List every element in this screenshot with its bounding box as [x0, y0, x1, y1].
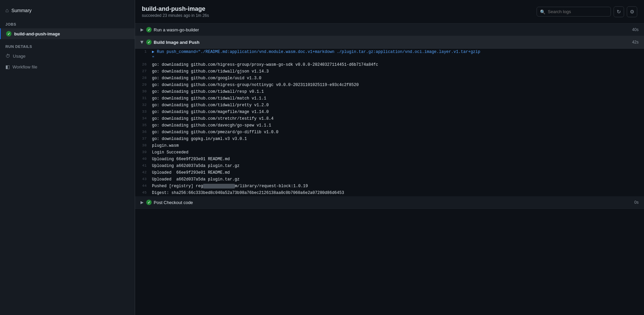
step-name-wasm-builder: Run a wasm-go-builder [154, 27, 632, 32]
sidebar-summary-link[interactable]: ⌂ Summary [0, 4, 135, 17]
log-line-text: go: downloading github.com/tidwall/match… [152, 95, 644, 102]
log-line: 30 go: downloading github.com/tidwall/re… [135, 88, 644, 95]
step-success-icon-build [146, 39, 152, 45]
log-line: 38 plugin.wasm [135, 142, 644, 149]
step-name-post-checkout: Post Checkout code [154, 200, 634, 205]
log-line: 42 Uploaded 66ee9f293e01 README.md [135, 169, 644, 176]
log-line: 44 Pushed [registry] reg████████████m/li… [135, 183, 644, 190]
workflow-file-label: Workflow file [12, 64, 37, 69]
log-area[interactable]: ▶ Run a wasm-go-builder 40s ▶ Build Imag… [135, 24, 644, 315]
log-line: 28 go: downloading github.com/google/uui… [135, 75, 644, 82]
step-duration-wasm-builder: 40s [632, 27, 639, 32]
log-line-text: go: downloading github.com/higress-group… [152, 62, 644, 68]
log-line-number: 33 [135, 109, 152, 115]
log-line: 29 go: downloading github.com/higress-gr… [135, 82, 644, 88]
redacted-text: ████████████ [203, 184, 235, 189]
workflow-subtitle: succeeded 23 minutes ago in 1m 26s [142, 13, 209, 18]
step-duration-build-image: 42s [632, 40, 639, 45]
log-line-number: 41 [135, 163, 152, 169]
clock-icon: ⏱ [5, 53, 10, 59]
log-line-number: 26 [135, 62, 152, 67]
log-line-text: go: downloading github.com/tidwall/resp … [152, 89, 644, 95]
step-row-wasm-builder[interactable]: ▶ Run a wasm-go-builder 40s [135, 24, 644, 36]
file-icon: ◧ [5, 64, 10, 69]
step-duration-post-checkout: 0s [634, 200, 639, 205]
log-line: 37 go: downloading gopkg.in/yaml.v3 v3.0… [135, 136, 644, 142]
log-line-text: go: downloading github.com/tidwall/gjson… [152, 68, 644, 75]
log-line-number: 42 [135, 170, 152, 175]
log-line: 32 go: downloading github.com/tidwall/pr… [135, 102, 644, 109]
usage-label: Usage [13, 54, 26, 59]
log-line: 27 go: downloading github.com/tidwall/gj… [135, 68, 644, 75]
workflow-title: build-and-push-image [142, 5, 209, 12]
log-line-number: 45 [135, 190, 152, 196]
log-line-number: 34 [135, 116, 152, 121]
log-line-text: go: downloading github.com/pmezard/go-di… [152, 129, 644, 135]
log-line-number: 43 [135, 176, 152, 182]
log-line-text: Pushed [registry] reg████████████m/libra… [152, 183, 644, 189]
log-line-text: go: downloading github.com/davecgh/go-sp… [152, 122, 644, 128]
search-wrapper: 🔍 [537, 7, 611, 17]
log-line-text: Uploading 66ee9f293e01 README.md [152, 156, 644, 162]
log-line-number: 29 [135, 82, 152, 88]
log-line: 34 go: downloading github.com/stretchr/t… [135, 115, 644, 122]
log-line: 36 go: downloading github.com/pmezard/go… [135, 129, 644, 136]
workflow-info: build-and-push-image succeeded 23 minute… [142, 5, 209, 18]
sidebar-usage-item[interactable]: ⏱ Usage [0, 51, 135, 61]
header-actions: 🔍 ↻ ⚙ [537, 6, 637, 17]
log-line-number: 36 [135, 129, 152, 135]
log-line: 33 go: downloading github.com/magefile/m… [135, 109, 644, 115]
log-line: 41 Uploading a662d037a5da plugin.tar.gz [135, 163, 644, 169]
log-line: 35 go: downloading github.com/davecgh/go… [135, 122, 644, 129]
log-line-text: ▶ Run push_command="./README.md:applicat… [152, 49, 644, 61]
sidebar-workflow-file-item[interactable]: ◧ Workflow file [0, 61, 135, 72]
log-line-text: Uploaded a662d037a5da plugin.tar.gz [152, 176, 644, 182]
log-line-text: Uploading a662d037a5da plugin.tar.gz [152, 163, 644, 169]
log-line-text: Uploaded 66ee9f293e01 README.md [152, 170, 644, 176]
log-line: 1 ▶ Run push_command="./README.md:applic… [135, 49, 644, 61]
log-line: 31 go: downloading github.com/tidwall/ma… [135, 95, 644, 102]
log-line-number: 30 [135, 89, 152, 94]
log-line: 26 go: downloading github.com/higress-gr… [135, 61, 644, 68]
search-icon: 🔍 [540, 9, 545, 14]
log-line-text: go: downloading github.com/google/uuid v… [152, 75, 644, 81]
log-line-number: 32 [135, 102, 152, 108]
log-line-text: go: downloading github.com/higress-group… [152, 82, 644, 88]
log-line-number: 1 [135, 49, 152, 55]
sidebar-summary-label: Summary [11, 8, 32, 13]
log-line-text: go: downloading gopkg.in/yaml.v3 v3.0.1 [152, 136, 644, 142]
log-line: 39 Login Succeeded [135, 149, 644, 156]
search-logs-input[interactable] [537, 7, 611, 17]
log-line-number: 27 [135, 68, 152, 74]
step-success-icon [146, 27, 152, 32]
log-line-number: 31 [135, 95, 152, 101]
main-header: build-and-push-image succeeded 23 minute… [135, 0, 644, 24]
sidebar-job-item[interactable]: build-and-push-image [0, 28, 135, 39]
log-line-text: go: downloading github.com/tidwall/prett… [152, 102, 644, 108]
step-success-icon-post [146, 200, 152, 205]
chevron-right-icon: ▶ [140, 27, 144, 32]
step-row-post-checkout[interactable]: ▶ Post Checkout code 0s [135, 196, 644, 209]
log-line-text: plugin.wasm [152, 143, 644, 149]
log-line-number: 44 [135, 183, 152, 189]
home-icon: ⌂ [5, 7, 9, 13]
job-success-icon [6, 31, 11, 36]
log-line-text: go: downloading github.com/magefile/mage… [152, 109, 644, 115]
log-line-text: Digest: sha256:66c333bed8c040a52a73b98a7… [152, 190, 644, 196]
log-line-text: go: downloading github.com/stretchr/test… [152, 116, 644, 122]
step-row-build-image[interactable]: ▶ Build Image and Push 42s [135, 36, 644, 49]
main-content: build-and-push-image succeeded 23 minute… [135, 0, 644, 315]
sidebar: ⌂ Summary Jobs build-and-push-image Run … [0, 0, 135, 315]
log-line-number: 38 [135, 143, 152, 148]
refresh-button[interactable]: ↻ [614, 6, 624, 17]
run-details-section-label: Run details [0, 39, 135, 51]
log-container: 1 ▶ Run push_command="./README.md:applic… [135, 49, 644, 196]
log-line-number: 37 [135, 136, 152, 142]
job-name-label: build-and-push-image [14, 31, 60, 36]
log-line: 43 Uploaded a662d037a5da plugin.tar.gz [135, 176, 644, 183]
settings-button[interactable]: ⚙ [627, 6, 637, 17]
chevron-right-icon-post: ▶ [140, 200, 144, 205]
log-line-number: 39 [135, 149, 152, 155]
log-line: 40 Uploading 66ee9f293e01 README.md [135, 156, 644, 163]
step-name-build-image: Build Image and Push [154, 40, 632, 45]
